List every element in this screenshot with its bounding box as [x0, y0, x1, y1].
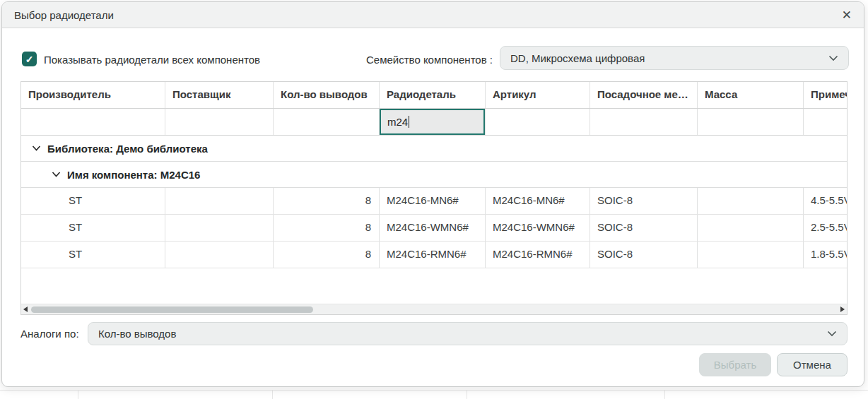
- chevron-down-icon: [827, 330, 837, 337]
- part-filter-value: m24: [387, 116, 408, 128]
- table-row[interactable]: ST 8 M24C16-MN6# M24C16-MN6# SOIC-8 4.5-…: [21, 188, 848, 215]
- filter-cell-article[interactable]: [486, 109, 590, 135]
- cell-footprint: SOIC-8: [590, 215, 698, 241]
- filter-cell-mass[interactable]: [698, 109, 804, 135]
- filter-cell-footprint[interactable]: [590, 109, 698, 135]
- col-header-part[interactable]: Радиодеталь: [380, 82, 486, 108]
- col-header-manufacturer[interactable]: Производитель: [21, 82, 165, 108]
- group-row-component[interactable]: Имя компонента: M24C16: [21, 162, 847, 188]
- cell-pins: 8: [274, 188, 380, 214]
- filter-row: m24: [21, 109, 848, 136]
- family-select-label: Семейство компонентов :: [316, 54, 493, 66]
- cell-pins: 8: [274, 215, 380, 241]
- horizontal-scrollbar[interactable]: [21, 304, 847, 314]
- col-header-pins[interactable]: Кол-во выводов: [274, 82, 380, 108]
- table-empty-area: [21, 268, 847, 304]
- cell-supplier: [165, 215, 274, 241]
- group-label: Библиотека: Демо библиотека: [47, 143, 208, 155]
- table-row[interactable]: ST 8 M24C16-RMN6# M24C16-RMN6# SOIC-8 1.…: [21, 242, 848, 268]
- family-select-value: DD, Микросхема цифровая: [510, 52, 645, 64]
- col-header-note[interactable]: Примечание: [804, 82, 848, 108]
- cell-note: 2.5-5.5V: [804, 215, 848, 241]
- part-filter-input[interactable]: m24: [380, 109, 485, 135]
- show-all-checkbox[interactable]: ✓: [22, 52, 37, 66]
- scrollbar-thumb[interactable]: [31, 306, 313, 313]
- col-header-mass[interactable]: Масса: [698, 82, 804, 108]
- background-app-divider: [0, 390, 868, 391]
- background-app-gridline: [467, 391, 467, 399]
- table-header-row: Производитель Поставщик Кол-во выводов Р…: [21, 82, 848, 109]
- cell-manufacturer: ST: [21, 188, 165, 214]
- analogs-select[interactable]: Кол-во выводов: [88, 322, 848, 345]
- table-row[interactable]: ST 8 M24C16-WMN6# M24C16-WMN6# SOIC-8 2.…: [21, 215, 848, 242]
- filter-cell-part: m24: [380, 109, 486, 135]
- cell-part: M24C16-RMN6#: [380, 242, 486, 268]
- scrollbar-track[interactable]: [31, 306, 837, 313]
- filter-cell-pins[interactable]: [274, 109, 380, 135]
- cell-mass: [698, 242, 804, 268]
- filter-cell-supplier[interactable]: [165, 109, 274, 135]
- part-select-dialog: Выбор радиодетали ✕ ✓ Показывать радиоде…: [1, 1, 864, 387]
- cell-part: M24C16-WMN6#: [380, 215, 486, 241]
- cell-part: M24C16-MN6#: [380, 188, 486, 214]
- analogs-select-value: Кол-во выводов: [98, 328, 176, 340]
- background-app-gridline: [78, 391, 78, 399]
- filter-cell-note[interactable]: [804, 109, 848, 135]
- chevron-down-icon: [32, 145, 41, 151]
- dialog-title: Выбор радиодетали: [14, 9, 114, 21]
- scroll-right-arrow-icon[interactable]: [840, 306, 845, 312]
- cell-mass: [698, 215, 804, 241]
- cell-article: M24C16-WMN6#: [486, 215, 590, 241]
- checkmark-icon: ✓: [25, 54, 34, 64]
- select-button[interactable]: Выбрать: [699, 353, 771, 376]
- background-app-gridline: [664, 391, 665, 399]
- dialog-titlebar: Выбор радиодетали ✕: [2, 2, 864, 28]
- analogs-label: Аналоги по:: [20, 328, 79, 340]
- background-app-gridline: [272, 391, 273, 399]
- chevron-down-icon: [52, 172, 61, 177]
- cancel-button[interactable]: Отмена: [777, 353, 848, 376]
- parts-table: Производитель Поставщик Кол-во выводов Р…: [20, 81, 848, 315]
- text-caret: [409, 116, 409, 128]
- filter-cell-manufacturer[interactable]: [21, 109, 165, 135]
- cell-note: 1.8-5.5V: [804, 242, 848, 268]
- cell-footprint: SOIC-8: [590, 188, 698, 214]
- cell-footprint: SOIC-8: [590, 242, 698, 268]
- group-label: Имя компонента: M24C16: [67, 169, 200, 181]
- close-icon[interactable]: ✕: [842, 9, 852, 21]
- cell-mass: [698, 188, 804, 214]
- cell-note: 4.5-5.5V: [804, 188, 848, 214]
- show-all-checkbox-label: Показывать радиодетали всех компонентов: [44, 54, 260, 66]
- cell-manufacturer: ST: [21, 242, 165, 268]
- scroll-left-arrow-icon[interactable]: [23, 306, 28, 312]
- col-header-article[interactable]: Артикул: [486, 82, 590, 108]
- cell-supplier: [165, 242, 274, 268]
- cell-article: M24C16-MN6#: [486, 188, 590, 214]
- family-select[interactable]: DD, Микросхема цифровая: [500, 46, 849, 70]
- cell-supplier: [165, 188, 274, 214]
- cell-article: M24C16-RMN6#: [486, 242, 590, 268]
- chevron-down-icon: [828, 55, 838, 61]
- col-header-footprint[interactable]: Посадочное ме…: [590, 82, 698, 108]
- group-row-library[interactable]: Библиотека: Демо библиотека: [21, 136, 847, 162]
- cell-pins: 8: [274, 242, 380, 268]
- cell-manufacturer: ST: [21, 215, 165, 241]
- col-header-supplier[interactable]: Поставщик: [165, 82, 274, 108]
